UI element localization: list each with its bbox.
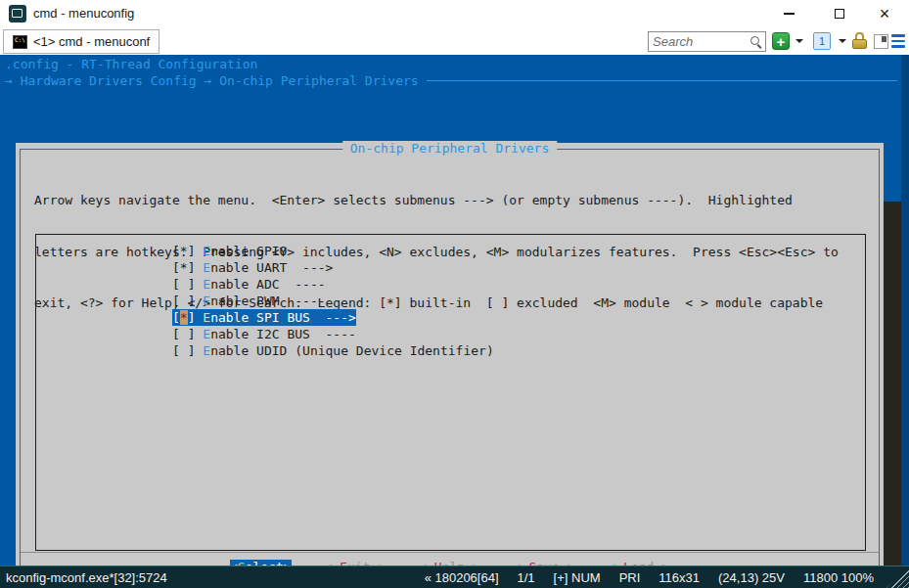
panel-toggle-icon[interactable] <box>874 32 888 50</box>
menu-item-enable-i2c-bus[interactable]: [ ] Enable I2C BUS ---- <box>172 326 356 342</box>
title-bar: cmd - menuconfig × <box>0 0 909 27</box>
terminal-area[interactable]: .config - RT-Thread Configuration → Hard… <box>0 55 909 565</box>
status-process[interactable]: kconfig-mconf.exe*[32]:5724 <box>0 570 167 585</box>
menu-item-enable-uart[interactable]: [*] Enable UART ---> <box>172 259 333 276</box>
close-button[interactable]: × <box>865 0 904 27</box>
terminal-cursor: * <box>180 310 188 325</box>
search-input[interactable] <box>649 34 750 49</box>
new-console-dropdown-icon[interactable] <box>795 39 803 43</box>
status-console-index[interactable]: 1/1 <box>518 570 535 585</box>
search-icon[interactable] <box>750 35 762 48</box>
tab-label: <1> cmd - menuconf <box>33 34 150 49</box>
breadcrumb: → Hardware Drivers Config → On-chip Peri… <box>5 73 897 88</box>
status-console-size[interactable]: 116x31 <box>659 570 700 585</box>
status-priority[interactable]: PRI <box>619 570 641 585</box>
menu-item-enable-udid[interactable]: [ ] Enable UDID (Unique Device Identifie… <box>172 342 494 359</box>
conemu-window: cmd - menuconfig × C:\ <1> cmd - menucon… <box>0 0 909 588</box>
lock-body <box>852 39 867 49</box>
config-title-line: .config - RT-Thread Configuration <box>5 57 257 71</box>
menu-item-enable-gpio[interactable]: [*] Enable GPIO <box>172 243 287 259</box>
active-console-button[interactable]: 1 <box>813 32 831 50</box>
menu-item-enable-pwm[interactable]: [ ] Enable PWM ---- <box>172 293 326 309</box>
breadcrumb-rule <box>427 80 897 81</box>
status-buffer-zoom[interactable]: 11800 100% <box>803 570 874 585</box>
menu-item-enable-spi-bus[interactable]: [*] Enable SPI BUS ---> <box>172 309 356 326</box>
maximize-icon <box>835 9 844 19</box>
cmd-icon: C:\ <box>13 35 27 49</box>
new-console-button[interactable]: + <box>772 32 790 50</box>
breadcrumb-text: → Hardware Drivers Config → On-chip Peri… <box>5 73 419 88</box>
tab-bar: C:\ <1> cmd - menuconf + 1 <box>0 27 909 55</box>
maximize-button[interactable] <box>820 0 859 27</box>
instructions-line-1: Arrow keys navigate the menu. <Enter> se… <box>34 192 865 209</box>
minimize-button[interactable] <box>769 0 808 27</box>
minimize-icon <box>784 13 795 15</box>
menuconfig-dialog: On-chip Peripheral Drivers Arrow keys na… <box>16 143 884 588</box>
panel-icon <box>874 34 888 49</box>
dialog-title: On-chip Peripheral Drivers <box>342 141 558 156</box>
console-list-dropdown-icon[interactable] <box>839 39 846 43</box>
scrollbar[interactable] <box>901 55 909 565</box>
dialog-border: On-chip Peripheral Drivers Arrow keys na… <box>20 149 880 588</box>
menu-list-box: [*] Enable GPIO [*] Enable UART ---> [ ]… <box>35 234 866 551</box>
search-box <box>648 31 766 52</box>
lock-icon[interactable] <box>852 32 867 49</box>
menu-list: [*] Enable GPIO [*] Enable UART ---> [ ]… <box>36 235 865 359</box>
status-cursor-pos[interactable]: (24,13) 25V <box>718 570 785 585</box>
menu-item-enable-adc[interactable]: [ ] Enable ADC ---- <box>172 276 326 293</box>
buttons-separator <box>21 552 879 553</box>
status-segments: « 180206[64] 1/1 [+] NUM PRI 116x31 (24,… <box>425 570 909 585</box>
status-encoding[interactable]: « 180206[64] <box>425 570 499 585</box>
window-title: cmd - menuconfig <box>33 6 134 21</box>
conemu-app-icon <box>9 5 26 23</box>
status-num-lock[interactable]: [+] NUM <box>554 570 601 585</box>
status-bar: kconfig-mconf.exe*[32]:5724 « 180206[64]… <box>0 565 909 588</box>
hamburger-menu-icon[interactable] <box>891 32 905 50</box>
tab-cmd-menuconfig[interactable]: C:\ <1> cmd - menuconf <box>3 29 159 54</box>
